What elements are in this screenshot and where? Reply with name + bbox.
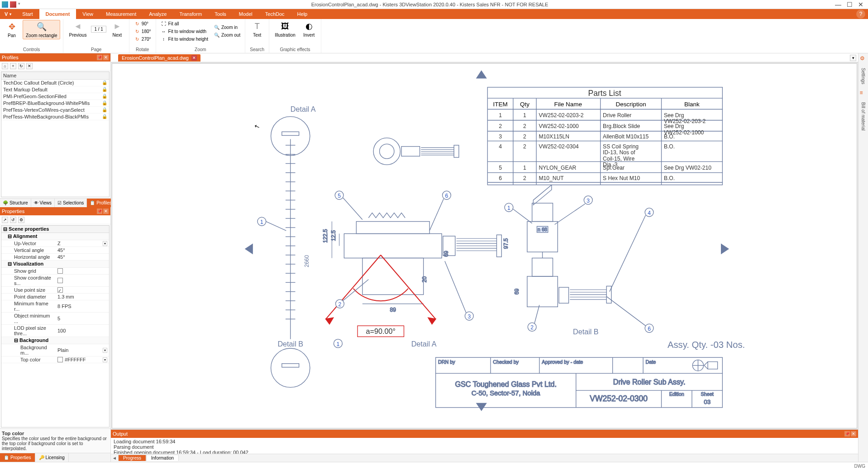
properties-tree[interactable]: ⊟ Scene properties ⊟ Alignment Up-Vector… xyxy=(1,225,110,427)
panel-pin-icon[interactable]: 📌 xyxy=(844,431,850,437)
tab-tools[interactable]: Tools xyxy=(208,9,233,19)
previous-page-button[interactable]: ◄Previous xyxy=(66,20,89,38)
rotate-270-button[interactable]: ↻270° xyxy=(132,35,153,43)
tab-help[interactable]: Help xyxy=(291,9,314,19)
left-tab-views[interactable]: 👁Views xyxy=(31,199,55,207)
output-tab-progress[interactable]: Progress xyxy=(118,455,146,461)
close-button[interactable]: ✕ xyxy=(858,1,863,8)
svg-text:GSC Toughened Glass Pvt Ltd.: GSC Toughened Glass Pvt Ltd. xyxy=(455,380,556,388)
tab-start[interactable]: Start xyxy=(16,9,39,19)
panel-pin-icon[interactable]: 📌 xyxy=(97,55,102,60)
rotate-90-button[interactable]: ↻90° xyxy=(132,20,153,27)
prop-horizontal-angle-value[interactable]: 45° xyxy=(56,254,109,260)
svg-text:3: 3 xyxy=(467,313,471,320)
close-tab-icon[interactable]: ✕ xyxy=(191,55,197,61)
bottom-tab-properties[interactable]: 📋Properties xyxy=(0,453,35,462)
dropdown-icon[interactable]: ▾ xyxy=(103,357,107,362)
tab-document[interactable]: Document xyxy=(39,9,76,19)
svg-text:6: 6 xyxy=(445,193,448,199)
bottom-tab-licensing[interactable]: 🔑Licensing xyxy=(35,453,69,462)
qat-icon-1[interactable] xyxy=(2,1,8,8)
qat-icon-2[interactable] xyxy=(10,1,16,8)
tab-analyze[interactable]: Analyze xyxy=(143,9,173,19)
left-tab-selections[interactable]: ☑Selections xyxy=(55,199,87,207)
svg-text:n 68: n 68 xyxy=(538,227,547,232)
tab-techdoc[interactable]: TechDoc xyxy=(259,9,291,19)
rotate-180-button[interactable]: ↻180° xyxy=(132,28,153,35)
profile-item[interactable]: PMI-PrefGeom-SectionFilled🔒 xyxy=(1,93,109,100)
tab-view[interactable]: View xyxy=(76,9,100,19)
svg-text:2: 2 xyxy=(339,301,342,308)
panel-close-icon[interactable]: ✕ xyxy=(851,431,856,437)
document-tab[interactable]: ErosionControlPlan_acad.dwg✕ xyxy=(118,54,200,62)
bom-icon[interactable]: ≡ xyxy=(860,90,867,97)
zoom-rectangle-button[interactable]: 🔍Zoom rectangle xyxy=(23,20,60,39)
text-search-button[interactable]: TText xyxy=(248,20,266,38)
output-tab-information[interactable]: Information xyxy=(146,455,179,461)
svg-text:See Drg VW02-210: See Drg VW02-210 xyxy=(664,165,711,171)
profile-item[interactable]: Text Markup Default🔒 xyxy=(1,86,109,93)
panel-close-icon[interactable]: ✕ xyxy=(103,209,109,214)
help-icon[interactable]: ? xyxy=(856,9,865,19)
page-indicator[interactable]: 1 / 1 xyxy=(91,26,106,33)
show-coord-checkbox[interactable] xyxy=(57,278,63,283)
ribbon-tab-strip: V▾ Start Document View Measurement Analy… xyxy=(0,9,868,19)
zoom-out-button[interactable]: 🔍Zoom out xyxy=(212,32,242,39)
prop-up-vector-value[interactable]: Z xyxy=(57,241,101,246)
add-icon[interactable]: + xyxy=(10,63,16,69)
tab-model[interactable]: Model xyxy=(233,9,259,19)
right-tab-bom[interactable]: Bill of material xyxy=(861,100,866,133)
output-log[interactable]: Loading document 16:59:34 Parsing docume… xyxy=(111,438,858,454)
svg-text:2660: 2660 xyxy=(304,255,310,267)
prop-min-frame-value[interactable]: 8 FPS xyxy=(56,300,109,312)
use-point-size-checkbox[interactable] xyxy=(57,287,63,293)
home-icon[interactable]: ⌂ xyxy=(2,63,8,69)
reset-icon[interactable]: ↺ xyxy=(10,217,16,223)
prop-lod-value[interactable]: 100 xyxy=(56,325,109,337)
drawing-canvas[interactable]: ↖ Detail A xyxy=(112,63,857,428)
fit-height-button[interactable]: ↕Fit to window height xyxy=(159,35,210,43)
tab-measurement[interactable]: Measurement xyxy=(100,9,143,19)
profile-item[interactable]: PrefTess-VertexColWires-cyanSelect🔒 xyxy=(1,107,109,114)
svg-text:S Hex Nut M10: S Hex Nut M10 xyxy=(603,175,640,181)
dropdown-icon[interactable]: ▾ xyxy=(103,348,107,353)
prop-obj-min-value[interactable]: 5 xyxy=(56,313,109,324)
next-page-button[interactable]: ►Next xyxy=(108,20,126,38)
pan-button[interactable]: ✥Pan xyxy=(3,20,21,39)
panel-pin-icon[interactable]: 📌 xyxy=(97,209,102,214)
export-icon[interactable]: ↗ xyxy=(2,217,8,223)
tab-menu-icon[interactable]: ▾ xyxy=(850,55,856,61)
left-tab-structure[interactable]: 🌳Structure xyxy=(0,199,31,207)
invert-button[interactable]: ◐Invert xyxy=(300,20,318,38)
fit-all-button[interactable]: ⛶Fit all xyxy=(159,20,210,27)
dropdown-icon[interactable]: ▾ xyxy=(103,241,107,246)
qat-dropdown-icon[interactable]: ▾ xyxy=(18,1,24,8)
prop-vertical-angle-value[interactable]: 45° xyxy=(56,247,109,253)
show-grid-checkbox[interactable] xyxy=(57,268,63,274)
gear-icon[interactable]: ⚙ xyxy=(18,217,24,223)
illustration-button[interactable]: 🖼Illustration xyxy=(272,20,298,38)
output-nav-left[interactable]: ◄ xyxy=(111,456,118,461)
profile-item[interactable]: PrefTess-WhiteBackground-BlackPMIs🔒 xyxy=(1,114,109,120)
prop-point-diameter-value[interactable]: 1.3 mm xyxy=(56,294,109,300)
right-tab-settings[interactable]: Settings xyxy=(861,65,866,87)
app-menu-button[interactable]: V▾ xyxy=(0,9,16,19)
profile-item[interactable]: TechDoc Callout Default (Circle)🔒 xyxy=(1,80,109,86)
prop-bg-mode-value[interactable]: Plain xyxy=(57,347,101,353)
maximize-button[interactable]: ☐ xyxy=(847,1,853,8)
tab-transform[interactable]: Transform xyxy=(173,9,208,19)
svg-rect-80 xyxy=(532,203,553,221)
prop-top-color-value[interactable]: #FFFFFF xyxy=(65,357,101,362)
profile-item[interactable]: PrefBREP-BlueBackground-WhitePMIs🔒 xyxy=(1,100,109,107)
panel-close-icon[interactable]: ✕ xyxy=(103,55,109,60)
profiles-list[interactable]: Name TechDoc Callout Default (Circle)🔒Te… xyxy=(1,71,110,197)
activate-icon[interactable]: ↻ xyxy=(18,63,24,69)
zoom-in-button[interactable]: 🔍Zoom in xyxy=(212,24,242,31)
top-color-swatch[interactable] xyxy=(57,357,63,362)
fit-width-button[interactable]: ↔Fit to window width xyxy=(159,28,210,35)
settings-icon[interactable]: ⚙ xyxy=(860,55,867,62)
delete-icon[interactable]: ✕ xyxy=(26,63,33,69)
svg-text:Date: Date xyxy=(645,359,656,365)
minimize-button[interactable]: — xyxy=(835,1,841,8)
rotate-icon: ↻ xyxy=(134,28,140,34)
